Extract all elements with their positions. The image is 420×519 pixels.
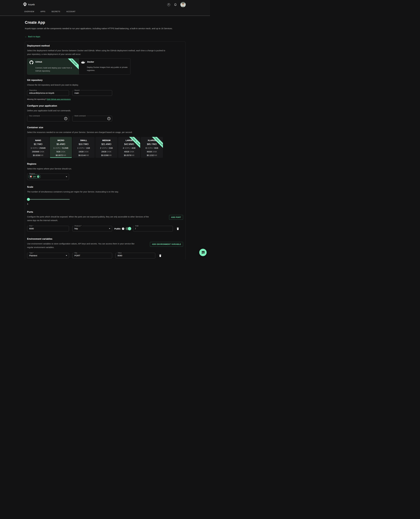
port-input[interactable]: Port * 8080	[27, 226, 69, 231]
run-command-help-icon[interactable]: ?	[64, 117, 67, 120]
koyeb-logo-icon	[23, 2, 27, 7]
env-vars-description: Use environment variables to store confi…	[27, 242, 135, 249]
configure-title: Configure your application	[27, 105, 183, 107]
docker-option-description: Deploy Docker images from any public or …	[87, 66, 128, 72]
branch-input[interactable]: Branch main	[72, 90, 112, 96]
size-card-nano[interactable]: NANO $2.7/MO 1 VCPU / 256MB 2500MB DISK …	[27, 137, 49, 158]
trash-icon	[159, 254, 161, 257]
github-option-description: Connect, build and deploy your code from…	[35, 66, 76, 73]
public-toggle[interactable]	[126, 227, 131, 230]
add-port-button[interactable]: ADD PORT	[169, 215, 183, 220]
help-icon[interactable]: ?	[167, 3, 170, 6]
scale-slider[interactable]	[27, 198, 70, 201]
docker-option-title: Docker	[87, 61, 94, 63]
bell-icon[interactable]	[174, 3, 177, 6]
trash-icon	[177, 227, 179, 230]
path-input[interactable]: Path /	[133, 226, 173, 231]
configure-description: Define your application build and run co…	[27, 109, 183, 113]
toggle-knob	[128, 227, 131, 230]
top-navbar: koyeb OVERVIEW APPS SECRETS ACCOUNT ?	[0, 0, 210, 16]
size-card-medium[interactable]: MEDIUM $21.4/MO 2 VCPU / 2GB 20GB DISK $…	[95, 137, 117, 158]
missing-repo-hint: Missing Git repository? Edit GitHub app …	[27, 98, 183, 100]
remove-region-icon[interactable]: ×	[37, 175, 39, 178]
deployment-option-github[interactable]: GitHub Connect, build and deploy your co…	[27, 59, 79, 75]
regions-description: Select the regions where your Service sh…	[27, 167, 183, 171]
delete-env-var-button[interactable]	[159, 254, 161, 257]
chevron-down-icon[interactable]	[66, 255, 67, 256]
public-help-icon[interactable]: ?	[122, 227, 124, 230]
git-repository-description: Choose the Git repository and branch you…	[27, 83, 183, 87]
tab-secrets[interactable]: SECRETS	[52, 11, 60, 13]
env-key-input[interactable]: Key PORT	[72, 253, 112, 258]
env-vars-title: Environment variables	[27, 238, 183, 240]
deployment-method-description: Select the deployment method of your Ser…	[27, 49, 167, 56]
slider-track[interactable]	[27, 199, 70, 200]
chevron-down-icon[interactable]	[66, 176, 67, 177]
regions-title: Regions	[27, 163, 183, 165]
chevron-down-icon[interactable]	[109, 228, 110, 229]
deployment-method-title: Deployment method	[27, 45, 183, 47]
deployment-option-docker[interactable]: Docker Deploy Docker images from any pub…	[79, 59, 130, 75]
size-card-small[interactable]: SMALL $10.7/MO 1 VCPU / 1GB 10GB DISK $0…	[73, 137, 95, 158]
edit-github-permissions-link[interactable]: Edit GitHub app permissions	[47, 98, 71, 100]
build-command-input[interactable]: Build command ?	[72, 116, 112, 121]
add-env-var-button[interactable]: ADD ENVIRONMENT VARIABLE	[150, 242, 183, 247]
size-card-large[interactable]: LARGE $42.9/MO 4 VCPU / 4GB 40GB DISK $0…	[118, 137, 140, 158]
france-flag-icon	[30, 176, 32, 177]
build-command-help-icon[interactable]: ?	[107, 117, 111, 120]
env-value-input[interactable]: Value 8080	[115, 253, 155, 258]
docker-icon	[81, 60, 85, 64]
container-size-description: Select the resources needed to run one c…	[27, 130, 183, 134]
github-option-title: GitHub	[35, 61, 42, 63]
koyeb-logo[interactable]: koyeb	[23, 2, 35, 7]
run-command-input[interactable]: Run command ?	[27, 116, 69, 121]
back-to-apps-link[interactable]: ← Back to Apps	[25, 35, 40, 38]
chat-icon	[201, 251, 205, 254]
scale-description: The number of simultaneous containers ru…	[27, 190, 183, 194]
tab-apps[interactable]: APPS	[40, 11, 45, 13]
container-size-title: Container size	[27, 126, 183, 129]
chat-launcher-button[interactable]	[199, 249, 207, 256]
create-app-form-card: Deployment method Select the deployment …	[25, 41, 185, 259]
scale-value: 1	[27, 203, 183, 205]
repository-input[interactable]: Repository edouardb/prisma-on-koyeb	[27, 90, 69, 96]
page-description: Koyeb Apps contain all the components ne…	[25, 27, 185, 30]
brand-name: koyeb	[28, 3, 35, 6]
git-repository-title: Git repository	[27, 79, 183, 82]
region-chip-par[interactable]: par ×	[28, 175, 41, 179]
scale-title: Scale	[27, 186, 183, 188]
page-title: Create App	[25, 20, 185, 25]
size-card-xlarge[interactable]: XLARGE $85.7/MO 8 VCPU / 8GB 80GB DISK $…	[141, 137, 163, 158]
slider-thumb[interactable]	[27, 198, 30, 201]
regions-select[interactable]: Regions par ×	[27, 174, 69, 180]
user-avatar[interactable]	[180, 2, 186, 7]
tab-account[interactable]: ACCOUNT	[66, 11, 75, 13]
protocol-select[interactable]: Protocol * http	[72, 226, 112, 231]
port-row: Port * 8080 Protocol * http Public ? Pat…	[27, 226, 183, 231]
size-card-micro[interactable]: MICRO $5.4/MO 1 VCPU / 512MB 5GB DISK $0…	[50, 137, 72, 158]
ports-title: Ports	[27, 211, 183, 213]
tab-overview[interactable]: OVERVIEW	[24, 11, 34, 13]
deployment-options: GitHub Connect, build and deploy your co…	[27, 58, 130, 75]
env-type-select[interactable]: Type * Plaintext	[27, 253, 69, 258]
env-var-row: Type * Plaintext Key PORT Value 8080	[27, 253, 183, 258]
ports-description: Configure the ports which should be expo…	[27, 215, 153, 222]
container-size-options: NANO $2.7/MO 1 VCPU / 256MB 2500MB DISK …	[27, 137, 183, 158]
delete-port-button[interactable]	[177, 227, 179, 230]
github-icon	[30, 60, 33, 65]
public-label: Public	[114, 227, 121, 230]
nav-tabs: OVERVIEW APPS SECRETS ACCOUNT	[24, 11, 75, 13]
back-arrow-icon: ←	[25, 35, 27, 38]
